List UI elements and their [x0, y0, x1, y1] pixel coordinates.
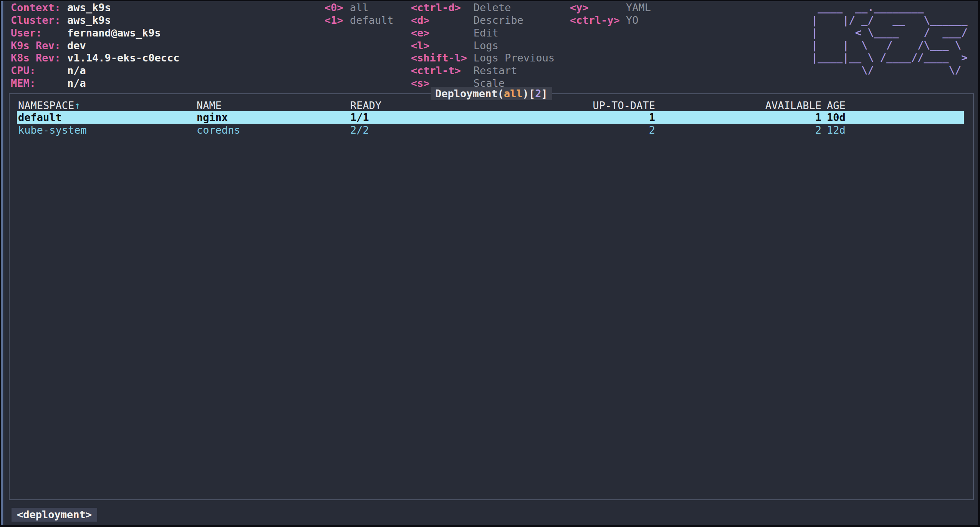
hotkey-label: YO [626, 14, 639, 27]
deployments-table-panel: Deployment(all)[2] NAMESPACE↑ NAME READY… [9, 93, 974, 500]
hotkey-key: <e> [411, 27, 430, 39]
title-bracket: )[ [523, 88, 535, 99]
cell-age: 10d [827, 111, 846, 124]
cell-up-to-date: 2 [559, 124, 655, 136]
hotkey-key: <ctrl-y> [570, 14, 620, 27]
sort-arrow-icon: ↑ [74, 99, 80, 111]
title-bracket: ] [541, 88, 548, 99]
breadcrumb-deployment[interactable]: <deployment> [12, 508, 97, 522]
title-namespace: all [504, 88, 523, 99]
hotkey-label: Edit [473, 27, 498, 39]
column-header-name[interactable]: NAME [197, 99, 222, 112]
column-header-namespace[interactable]: NAMESPACE↑ [18, 99, 81, 112]
hotkey-label: Logs Previous [473, 51, 555, 64]
cell-ready: 1/1 [350, 111, 369, 124]
logo-line: ____ __.________ [811, 2, 967, 14]
hotkey-key: <y> [570, 1, 589, 14]
cell-name: coredns [197, 124, 240, 136]
title-count: 2 [535, 88, 541, 99]
column-header-age[interactable]: AGE [827, 99, 846, 112]
title-resource: Deployment( [435, 88, 504, 99]
cell-up-to-date: 1 [559, 111, 655, 124]
logo-line: | |/ _/ __ \______ [811, 14, 967, 27]
logo-line: \/ \/ [811, 64, 967, 77]
hotkey-key: <l> [411, 39, 430, 52]
column-header-available[interactable]: AVAILABLE [725, 99, 821, 112]
cell-ready: 2/2 [350, 124, 369, 136]
column-header-ready[interactable]: READY [350, 99, 381, 112]
logo-line: | | \ / /\___ \ [811, 39, 967, 52]
k9s-terminal-window: Context: aws_k9s Cluster: aws_k9s User: … [0, 0, 980, 527]
table-row-nginx[interactable]: default nginx 1/1 1 1 10d [10, 111, 973, 124]
hotkey-label: YAML [626, 1, 651, 14]
cell-age: 12d [827, 124, 846, 136]
cell-name: nginx [197, 111, 228, 124]
table-row-coredns[interactable]: kube-system coredns 2/2 2 2 12d [10, 124, 973, 136]
logo-line: |____|__ \ /____//____ > [811, 51, 967, 64]
column-header-up-to-date[interactable]: UP-TO-DATE [559, 99, 655, 112]
hotkey-key: <s> [411, 77, 430, 89]
cell-available: 1 [725, 111, 821, 124]
hotkey-key: <ctrl-t> [411, 64, 461, 77]
hotkey-label: Logs [473, 39, 498, 52]
k9s-ascii-logo: ____ __.________ | |/ _/ __ \______| < \… [811, 2, 967, 76]
cell-available: 2 [725, 124, 821, 136]
logo-line: | < \____ / ___/ [811, 27, 967, 39]
cell-namespace: kube-system [18, 124, 87, 136]
cell-namespace: default [18, 111, 62, 124]
selection-highlight [17, 111, 964, 124]
table-header-row: NAMESPACE↑ NAME READY UP-TO-DATE AVAILAB… [10, 99, 973, 112]
hotkey-label: Restart [473, 64, 517, 77]
table-title: Deployment(all)[2] [430, 87, 552, 100]
hotkey-key: <shift-l> [411, 51, 467, 64]
